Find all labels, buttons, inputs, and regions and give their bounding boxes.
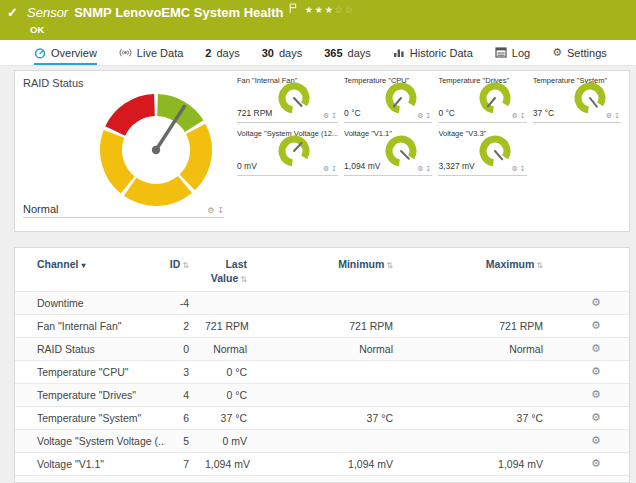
raid-status-gauge-tile[interactable]: RAID Status Normal ⚙ ↧ — [23, 75, 224, 218]
gauge-settings-icon[interactable]: ⚙ — [417, 165, 423, 173]
raid-gauge-value: Normal — [23, 203, 58, 215]
maximum-cell: 1,094 mV — [413, 452, 563, 475]
star-empty-icon[interactable]: ☆ — [345, 4, 355, 15]
gauge-fan-internal-fan — [277, 81, 311, 115]
gauge-pin-icon[interactable]: ↧ — [331, 165, 337, 173]
gear-icon: ⚙ — [552, 47, 562, 58]
minimum-cell — [267, 383, 413, 406]
gauge-tile-temperature-cpu[interactable]: Temperature "CPU"0 °C⚙↧ — [344, 73, 432, 123]
channel-id-cell: 3 — [165, 360, 205, 383]
channels-table: Channel▾ID⇅Last Value⇅Minimum⇅Maximum⇅ D… — [15, 248, 629, 483]
tab-settings[interactable]: ⚙Settings — [552, 40, 607, 65]
channel-id-cell: 7 — [165, 452, 205, 475]
column-header-max[interactable]: Maximum⇅ — [413, 248, 563, 291]
gauge-tile-voltage-v3-3[interactable]: Voltage "V3.3"3,327 mV⚙↧ — [438, 126, 526, 176]
channel-row[interactable]: RAID Status0NormalNormalNormal⚙ — [15, 337, 629, 360]
channel-row[interactable]: Voltage "V1.1"71,094 mV1,094 mV1,094 mV⚙ — [15, 452, 629, 475]
gauge-pin-icon[interactable]: ↧ — [217, 206, 224, 215]
channel-name-cell: RAID Status — [15, 337, 165, 360]
gauge-settings-icon[interactable]: ⚙ — [417, 112, 423, 120]
row-actions-cell: ⚙ — [563, 360, 629, 383]
column-header-last[interactable]: Last Value⇅ — [205, 248, 267, 291]
last-value-cell: Normal — [205, 337, 267, 360]
sensor-title-line: Sensor SNMP LenovoEMC System Health ★★★☆… — [27, 5, 355, 20]
channel-row[interactable]: Downtime-4⚙ — [15, 291, 629, 314]
channel-settings-icon[interactable]: ⚙ — [591, 411, 601, 423]
tab-historic-data[interactable]: Historic Data — [393, 40, 473, 65]
gauge-settings-icon[interactable]: ⚙ — [512, 165, 518, 173]
minimum-cell — [267, 291, 413, 314]
gauge-settings-icon[interactable]: ⚙ — [606, 112, 612, 120]
maximum-cell: 3,327 mV — [413, 475, 563, 483]
channel-settings-icon[interactable]: ⚙ — [591, 434, 601, 446]
column-header-label: Minimum — [338, 258, 384, 270]
last-value-cell: 721 RPM — [205, 314, 267, 337]
gauge-settings-icon[interactable]: ⚙ — [207, 206, 214, 215]
channel-settings-icon[interactable]: ⚙ — [591, 296, 601, 308]
gauge-icon — [34, 47, 46, 59]
tab-label: Overview — [51, 47, 97, 59]
tab-label-number: 2 — [205, 47, 211, 59]
gauge-pin-icon[interactable]: ↧ — [426, 112, 432, 120]
star-filled-icon[interactable]: ★ — [325, 4, 335, 15]
tab-overview[interactable]: Overview — [34, 40, 97, 65]
tab-30-days[interactable]: 30days — [262, 40, 303, 65]
gauge-tile-voltage-system-voltage[interactable]: Voltage "System Voltage (12...0 mV⚙↧ — [237, 126, 338, 176]
minimum-cell: 37 °C — [267, 406, 413, 429]
column-header-label: ID — [170, 258, 181, 270]
channel-settings-icon[interactable]: ⚙ — [591, 319, 601, 331]
gauge-temperature-system — [573, 81, 607, 115]
last-value-cell: 0 mV — [205, 429, 267, 452]
star-filled-icon[interactable]: ★ — [304, 4, 314, 15]
channel-settings-icon[interactable]: ⚙ — [591, 342, 601, 354]
channel-id-cell: 6 — [165, 406, 205, 429]
gauge-pin-icon[interactable]: ↧ — [331, 112, 337, 120]
flag-icon[interactable] — [289, 3, 297, 14]
column-header-id[interactable]: ID⇅ — [165, 248, 205, 291]
maximum-cell — [413, 360, 563, 383]
gauge-value: 721 RPM — [237, 108, 272, 118]
tab-365-days[interactable]: 365days — [324, 40, 371, 65]
gauge-pin-icon[interactable]: ↧ — [520, 165, 526, 173]
channel-settings-icon[interactable]: ⚙ — [591, 365, 601, 377]
minimum-cell: 721 RPM — [267, 314, 413, 337]
gauge-tile-voltage-v1-1[interactable]: Voltage "V1.1"1,094 mV⚙↧ — [344, 126, 432, 176]
channel-row[interactable]: Temperature "System"637 °C37 °C37 °C⚙ — [15, 406, 629, 429]
page-title: SNMP LenovoEMC System Health — [74, 5, 283, 20]
tab-label: days — [216, 47, 239, 59]
channel-settings-icon[interactable]: ⚙ — [591, 388, 601, 400]
channel-settings-icon[interactable]: ⚙ — [591, 457, 601, 469]
channel-row[interactable]: Voltage "System Voltage (...50 mV⚙ — [15, 429, 629, 452]
star-filled-icon[interactable]: ★ — [315, 4, 325, 15]
gauge-tile-fan-internal-fan[interactable]: Fan "Internal Fan"721 RPM⚙↧ — [237, 73, 338, 123]
channel-id-cell: 8 — [165, 475, 205, 483]
mini-gauges-grid: Fan "Internal Fan"721 RPM⚙↧Temperature "… — [237, 73, 621, 176]
channel-row[interactable]: Temperature "CPU"30 °C⚙ — [15, 360, 629, 383]
star-empty-icon[interactable]: ☆ — [335, 4, 345, 15]
gauge-settings-icon[interactable]: ⚙ — [323, 165, 329, 173]
channel-name-cell: Voltage "V3.3" — [15, 475, 165, 483]
channel-row[interactable]: Temperature "Drives"40 °C⚙ — [15, 383, 629, 406]
gauge-value: 1,094 mV — [344, 161, 380, 171]
gauge-tile-temperature-system[interactable]: Temperature "System"37 °C⚙↧ — [533, 73, 621, 123]
gauge-settings-icon[interactable]: ⚙ — [323, 112, 329, 120]
channel-row[interactable]: Fan "Internal Fan"2721 RPM721 RPM721 RPM… — [15, 314, 629, 337]
tab-label: Log — [512, 47, 530, 59]
gauge-settings-icon[interactable]: ⚙ — [512, 112, 518, 120]
gauge-pin-icon[interactable]: ↧ — [426, 165, 432, 173]
tab-live-data[interactable]: Live Data — [119, 40, 183, 65]
gauge-tile-temperature-drives[interactable]: Temperature "Drives"0 °C⚙↧ — [438, 73, 526, 123]
channel-row[interactable]: Voltage "V3.3"83,327 mV3,327 mV3,327 mV⚙ — [15, 475, 629, 483]
tab-2-days[interactable]: 2days — [205, 40, 239, 65]
gauge-pin-icon[interactable]: ↧ — [614, 112, 620, 120]
priority-stars[interactable]: ★★★☆☆ — [304, 4, 354, 15]
column-header-channel[interactable]: Channel▾ — [15, 248, 165, 291]
minimum-cell — [267, 429, 413, 452]
gauge-pin-icon[interactable]: ↧ — [520, 112, 526, 120]
tab-log[interactable]: Log — [495, 40, 530, 65]
channel-id-cell: 4 — [165, 383, 205, 406]
column-header-min[interactable]: Minimum⇅ — [267, 248, 413, 291]
channels-table-panel: Channel▾ID⇅Last Value⇅Minimum⇅Maximum⇅ D… — [14, 247, 630, 483]
tab-label-number: 365 — [324, 47, 342, 59]
channel-name-cell: Temperature "CPU" — [15, 360, 165, 383]
